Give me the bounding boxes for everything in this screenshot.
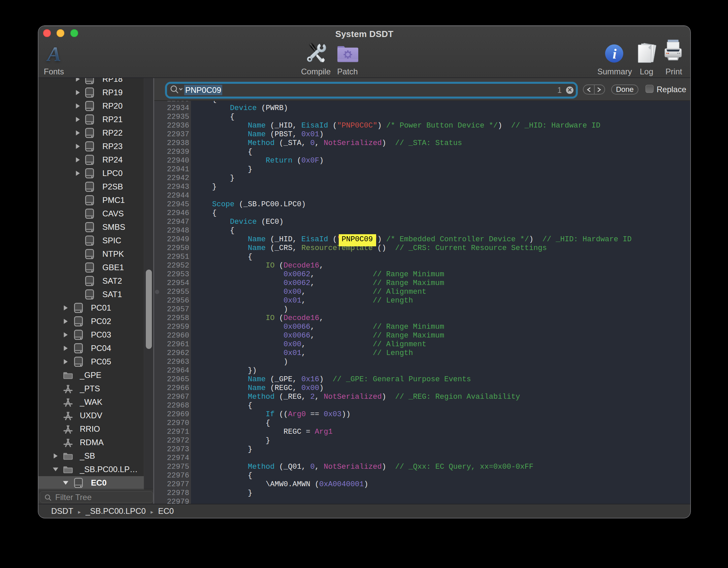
svg-text:i: i xyxy=(613,46,617,62)
